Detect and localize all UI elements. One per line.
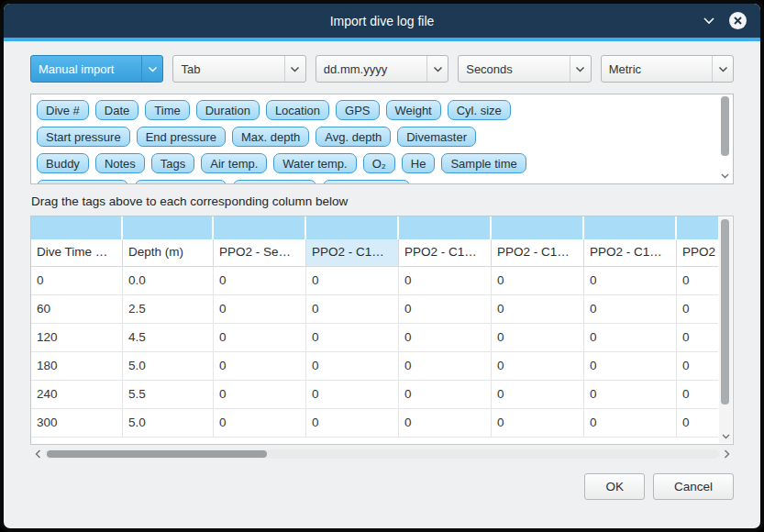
column-header[interactable]: PPO2 - C1…: [399, 239, 492, 266]
tag-chip[interactable]: Avg. depth: [316, 127, 391, 147]
tag-chip[interactable]: Buddy: [37, 153, 89, 173]
import-dive-log-dialog: Import dive log file Manual import: [4, 4, 760, 528]
tag-row: Dive # Date Time Duration Location GPS W…: [37, 100, 714, 120]
table-cell: 0: [677, 295, 718, 323]
table-row: 60 2.5 0 0 0 0 0 0: [31, 295, 718, 324]
import-options-toolbar: Manual import Tab dd.mm.yyyy Seconds Met…: [30, 55, 734, 83]
tag-chip[interactable]: Notes: [95, 153, 145, 173]
column-header[interactable]: Dive Time …: [31, 239, 123, 266]
column-drop-target[interactable]: [492, 216, 584, 239]
scrollbar-handle[interactable]: [721, 219, 729, 405]
window-title: Import dive log file: [4, 14, 760, 28]
ok-button[interactable]: OK: [584, 473, 645, 500]
preview-table: Dive Time … Depth (m) PPO2 - Se… PPO2 - …: [30, 216, 734, 445]
table-cell: 0: [306, 295, 399, 323]
column-drop-target[interactable]: [214, 216, 306, 239]
units-select[interactable]: Metric: [601, 55, 734, 83]
tag-row: Start pressure End pressure Max. depth A…: [37, 127, 714, 147]
date-format-select[interactable]: dd.mm.yyyy: [316, 55, 448, 83]
table-cell: 0: [399, 295, 492, 323]
column-header[interactable]: PPO2 - C1…: [306, 239, 399, 266]
titlebar[interactable]: Import dive log file: [4, 4, 760, 38]
table-cell: 2.5: [123, 295, 214, 323]
tag-chip[interactable]: GPS: [336, 100, 379, 120]
table-cell: 0: [584, 352, 677, 380]
time-format-select[interactable]: Seconds: [458, 55, 591, 83]
window-frame: Import dive log file Manual import: [0, 0, 764, 532]
table-cell: 0: [306, 352, 399, 380]
tag-chip[interactable]: Start pressure: [37, 127, 130, 147]
scroll-left-arrow-icon[interactable]: [30, 447, 45, 461]
dialog-footer: OK Cancel: [30, 473, 734, 500]
table-cell: 4.5: [123, 324, 214, 351]
tag-panel-scrollbar[interactable]: [719, 96, 731, 182]
tag-chip[interactable]: Sample temp.: [135, 180, 227, 184]
column-drop-target[interactable]: [399, 216, 492, 239]
table-cell: 300: [31, 409, 123, 437]
table-header-row: Dive Time … Depth (m) PPO2 - Se… PPO2 - …: [31, 239, 718, 267]
tag-chip[interactable]: Sample time: [441, 153, 526, 173]
tag-chip[interactable]: Divemaster: [397, 127, 476, 147]
scrollbar-handle[interactable]: [47, 450, 267, 458]
shade-button[interactable]: [703, 17, 715, 25]
table-vertical-scrollbar[interactable]: [719, 217, 732, 443]
table-cell: 0: [214, 267, 306, 294]
column-header[interactable]: PPO2 - Se…: [214, 239, 306, 266]
scrollbar-handle[interactable]: [721, 96, 729, 156]
tag-panel: Dive # Date Time Duration Location GPS W…: [30, 94, 734, 184]
table-cell: 0: [584, 409, 677, 437]
table-cell: 0: [677, 352, 718, 380]
tag-chip[interactable]: Air temp.: [201, 153, 267, 173]
tag-chip[interactable]: He: [402, 153, 436, 173]
table-cell: 0: [399, 352, 492, 380]
tag-chip[interactable]: Dive #: [37, 100, 89, 120]
table-cell: 0: [399, 409, 492, 437]
column-drop-target[interactable]: [31, 216, 123, 239]
tag-chip[interactable]: End pressure: [137, 127, 226, 147]
table-cell: 0.0: [123, 267, 214, 294]
field-separator-select[interactable]: Tab: [172, 55, 305, 83]
cancel-button[interactable]: Cancel: [653, 473, 734, 500]
tag-chip[interactable]: Water temp.: [273, 153, 356, 173]
table-cell: 0: [306, 381, 399, 408]
tag-chip[interactable]: Sample pO₂: [233, 180, 316, 184]
tag-chip[interactable]: Cyl. size: [448, 100, 511, 120]
column-drop-target[interactable]: [584, 216, 677, 239]
scroll-right-arrow-icon[interactable]: [719, 447, 734, 461]
tag-chip[interactable]: Time: [145, 100, 189, 120]
table-cell: 0: [584, 267, 677, 294]
column-header[interactable]: PPO2 - C1…: [584, 239, 677, 266]
column-header[interactable]: Depth (m): [123, 239, 214, 266]
column-header[interactable]: PPO2 - C1…: [492, 239, 584, 266]
import-mode-select[interactable]: Manual import: [30, 55, 163, 83]
tag-chip[interactable]: Location: [266, 100, 329, 120]
column-drop-target[interactable]: [306, 216, 399, 239]
scroll-down-arrow-icon[interactable]: [719, 171, 731, 182]
table-cell: 0: [677, 409, 718, 437]
column-drop-target[interactable]: [677, 216, 718, 239]
tag-chip[interactable]: Tags: [151, 153, 194, 173]
tag-chip[interactable]: Max. depth: [232, 127, 309, 147]
scrollbar-track[interactable]: [45, 449, 719, 459]
column-drop-row: [31, 216, 718, 239]
table-cell: 0: [214, 324, 306, 351]
field-separator-value: Tab: [173, 62, 283, 76]
tag-chip[interactable]: Weight: [386, 100, 441, 120]
tag-chip[interactable]: Sample depth: [37, 180, 128, 184]
column-drop-target[interactable]: [123, 216, 214, 239]
chevron-down-icon: [570, 56, 591, 82]
tag-chip[interactable]: Date: [95, 100, 138, 120]
scroll-down-arrow-icon[interactable]: [719, 430, 732, 442]
close-button[interactable]: [728, 11, 747, 30]
close-icon: [728, 11, 747, 30]
table-horizontal-scrollbar[interactable]: [30, 447, 734, 461]
tag-chip[interactable]: Duration: [196, 100, 260, 120]
import-mode-value: Manual import: [31, 62, 141, 76]
tag-chip[interactable]: Sample CNS: [323, 180, 410, 184]
column-header[interactable]: PPO2: [677, 239, 718, 266]
table-cell: 0: [214, 352, 306, 380]
table-cell: 0: [492, 409, 584, 437]
tag-chip[interactable]: O₂: [363, 153, 395, 173]
table-cell: 120: [31, 324, 123, 351]
table-cell: 0: [492, 267, 584, 294]
